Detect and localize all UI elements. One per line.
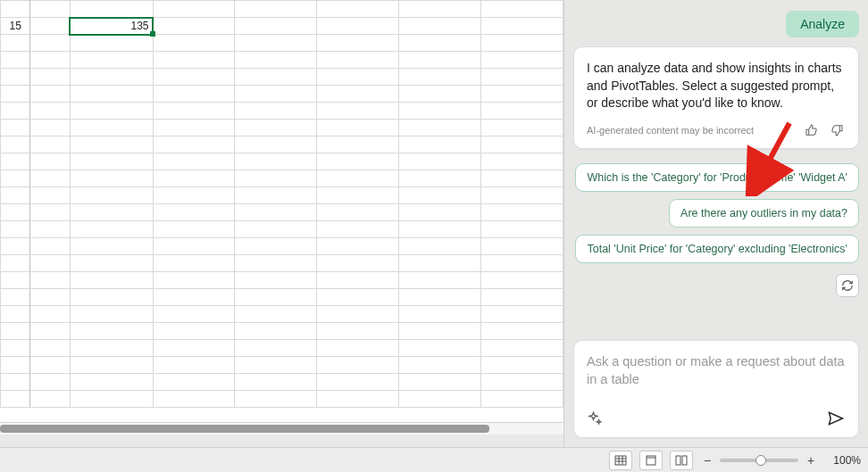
view-normal-button[interactable] [609,451,632,470]
cell[interactable] [235,18,317,35]
cell[interactable] [153,272,235,289]
cell[interactable] [317,187,399,204]
cell[interactable] [399,187,481,204]
cell[interactable] [30,170,70,187]
cell[interactable] [317,272,399,289]
cell[interactable] [153,170,235,187]
cell[interactable] [153,69,235,86]
zoom-out-button[interactable]: − [700,453,714,468]
cell[interactable] [153,357,235,374]
cell[interactable] [70,103,153,120]
refresh-suggestions-button[interactable] [836,274,859,297]
cell[interactable] [70,357,153,374]
suggestion-pill[interactable]: Total 'Unit Price' for 'Category' exclud… [575,235,859,263]
cell[interactable] [153,86,235,103]
cell[interactable] [399,323,481,340]
cell[interactable] [70,272,153,289]
cell[interactable] [481,187,563,204]
cell[interactable] [153,391,235,408]
cell[interactable] [235,137,317,153]
cell[interactable] [153,221,235,238]
cell[interactable] [30,255,70,272]
row-header[interactable] [1,272,30,289]
cell[interactable] [481,86,563,103]
cell[interactable] [317,391,399,408]
cell[interactable] [235,391,317,408]
cell[interactable] [30,221,70,238]
cell[interactable] [30,391,70,408]
cell[interactable] [153,120,235,137]
cell[interactable] [30,323,70,340]
cell[interactable] [399,52,481,69]
cell[interactable] [70,69,153,86]
cell[interactable] [153,35,235,52]
cell[interactable] [235,272,317,289]
row-header[interactable] [1,120,30,137]
row-header[interactable] [1,137,30,153]
cell[interactable] [399,255,481,272]
cell[interactable] [317,204,399,221]
cell[interactable] [30,187,70,204]
cell[interactable] [70,1,153,18]
cell[interactable] [235,374,317,391]
row-header[interactable] [1,153,30,170]
cell[interactable] [70,170,153,187]
cell[interactable] [399,238,481,255]
scrollbar-thumb[interactable] [0,425,489,433]
cell[interactable] [153,238,235,255]
cell[interactable] [399,204,481,221]
cell[interactable] [481,374,563,391]
cell[interactable] [481,35,563,52]
suggestion-pill[interactable]: Are there any outliers in my data? [669,199,859,228]
cell[interactable] [30,340,70,357]
cell[interactable] [70,35,153,52]
row-header[interactable]: 15 [1,18,30,35]
cell[interactable] [399,272,481,289]
cell[interactable] [153,103,235,120]
view-page-layout-button[interactable] [639,451,663,470]
row-header[interactable] [1,204,30,221]
horizontal-scrollbar[interactable] [0,422,563,435]
cell[interactable] [481,391,563,408]
zoom-slider-thumb[interactable] [755,455,766,466]
cell[interactable] [317,323,399,340]
cell[interactable] [153,374,235,391]
cell[interactable] [70,374,153,391]
cell[interactable] [70,340,153,357]
spreadsheet-area[interactable]: 15 135 [0,0,564,447]
cell[interactable] [317,255,399,272]
send-button[interactable] [826,409,846,428]
row-header[interactable] [1,86,30,103]
row-header[interactable] [1,374,30,391]
cell[interactable] [481,103,563,120]
cell[interactable] [317,221,399,238]
cell[interactable] [70,120,153,137]
cell[interactable] [399,289,481,306]
cell[interactable] [30,1,70,18]
cell[interactable] [235,238,317,255]
row-header[interactable] [1,1,30,18]
suggestion-pill[interactable]: Which is the 'Category' for 'Product Nam… [575,163,859,192]
cell[interactable] [235,153,317,170]
cell[interactable] [30,306,70,323]
cell[interactable] [399,137,481,153]
cell[interactable] [317,238,399,255]
cell[interactable] [317,289,399,306]
cell[interactable] [153,204,235,221]
cell[interactable] [235,52,317,69]
cell[interactable] [30,238,70,255]
cell[interactable] [30,357,70,374]
thumbs-down-icon[interactable] [828,121,846,139]
row-header[interactable] [1,323,30,340]
cell[interactable] [399,306,481,323]
cell[interactable] [70,306,153,323]
cell[interactable] [481,323,563,340]
cell[interactable] [30,35,70,52]
cell[interactable] [70,137,153,153]
cell[interactable] [70,289,153,306]
cell[interactable] [399,18,481,35]
cell[interactable] [481,289,563,306]
cell[interactable] [153,255,235,272]
cell[interactable] [481,170,563,187]
cell[interactable] [235,170,317,187]
